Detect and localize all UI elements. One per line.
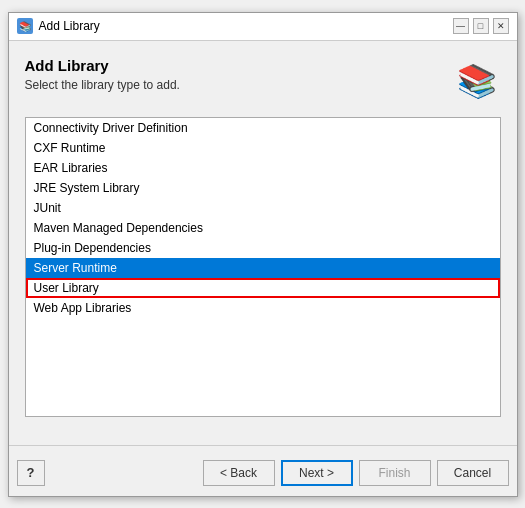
list-item[interactable]: Maven Managed Dependencies bbox=[26, 218, 500, 238]
title-bar-text: Add Library bbox=[39, 19, 453, 33]
help-button[interactable]: ? bbox=[17, 460, 45, 486]
add-library-dialog: 📚 Add Library — □ ✕ Add Library Select t… bbox=[8, 12, 518, 497]
dialog-content: Add Library Select the library type to a… bbox=[9, 41, 517, 437]
next-button[interactable]: Next > bbox=[281, 460, 353, 486]
divider bbox=[9, 445, 517, 446]
title-bar: 📚 Add Library — □ ✕ bbox=[9, 13, 517, 41]
dialog-icon: 📚 bbox=[17, 18, 33, 34]
library-list[interactable]: Connectivity Driver DefinitionCXF Runtim… bbox=[25, 117, 501, 417]
finish-button[interactable]: Finish bbox=[359, 460, 431, 486]
list-item[interactable]: JRE System Library bbox=[26, 178, 500, 198]
list-item[interactable]: Connectivity Driver Definition bbox=[26, 118, 500, 138]
close-button[interactable]: ✕ bbox=[493, 18, 509, 34]
title-bar-controls: — □ ✕ bbox=[453, 18, 509, 34]
cancel-button[interactable]: Cancel bbox=[437, 460, 509, 486]
header-icon: 📚 bbox=[453, 57, 501, 105]
list-item[interactable]: JUnit bbox=[26, 198, 500, 218]
list-item[interactable]: CXF Runtime bbox=[26, 138, 500, 158]
back-button[interactable]: < Back bbox=[203, 460, 275, 486]
list-item[interactable]: User Library bbox=[26, 278, 500, 298]
maximize-button[interactable]: □ bbox=[473, 18, 489, 34]
minimize-button[interactable]: — bbox=[453, 18, 469, 34]
list-item[interactable]: EAR Libraries bbox=[26, 158, 500, 178]
header-subtitle: Select the library type to add. bbox=[25, 78, 453, 92]
header-text: Add Library Select the library type to a… bbox=[25, 57, 453, 92]
header-title: Add Library bbox=[25, 57, 453, 74]
header-area: Add Library Select the library type to a… bbox=[25, 57, 501, 105]
list-item[interactable]: Server Runtime bbox=[26, 258, 500, 278]
button-row: ? < Back Next > Finish Cancel bbox=[9, 454, 517, 496]
list-item[interactable]: Web App Libraries bbox=[26, 298, 500, 318]
list-item[interactable]: Plug-in Dependencies bbox=[26, 238, 500, 258]
